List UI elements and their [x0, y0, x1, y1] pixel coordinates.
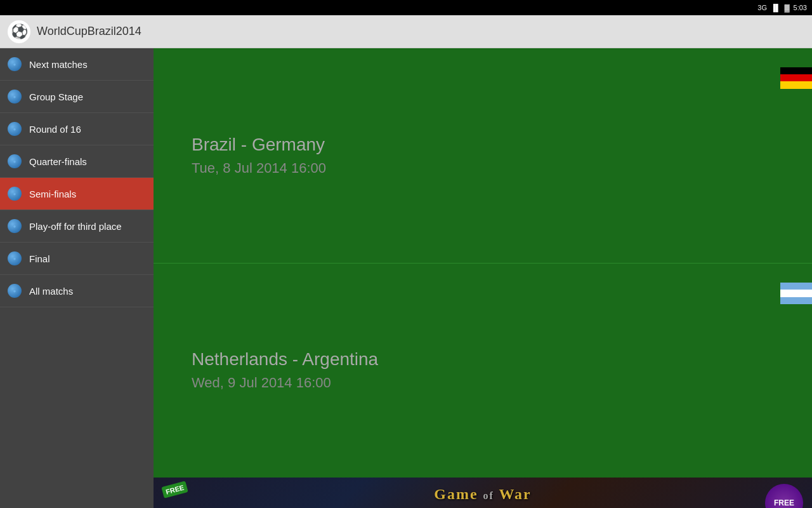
match-info-2: Netherlands - Argentina Wed, 9 Jul 2014 …: [192, 349, 378, 391]
battery-icon: ▓: [785, 4, 790, 11]
sidebar-item-label: Round of 16: [29, 124, 81, 135]
free-badge-right: FREE: [765, 484, 803, 508]
main-layout: ●Next matches●Group Stage●Round of 16●Qu…: [0, 48, 812, 478]
ad-banner[interactable]: FREE Game of WarFire Age FREE: [154, 478, 812, 508]
sidebar-item-label: Semi-finals: [29, 189, 76, 199]
match-title-1: Brazil - Germany: [192, 135, 325, 155]
time-display: 5:03: [794, 4, 807, 11]
content-area: Brazil - Germany Tue, 8 Jul 2014 16:00 N…: [154, 48, 812, 478]
network-indicator: 3G: [757, 4, 767, 11]
app-title: WorldCupBrazil2014: [37, 25, 141, 38]
sidebar-item-label: Play-off for third place: [29, 221, 122, 232]
dot-icon: ●: [8, 284, 22, 298]
sidebar-item-label: Next matches: [29, 59, 88, 70]
dot-icon: ●: [8, 57, 22, 71]
match-card-2: Netherlands - Argentina Wed, 9 Jul 2014 …: [154, 264, 812, 478]
match-date-2: Wed, 9 Jul 2014 16:00: [192, 375, 331, 391]
status-bar: 3G ▐▌ ▓ 5:03: [0, 0, 812, 15]
app-icon: ⚽: [8, 20, 30, 43]
match-date-1: Tue, 8 Jul 2014 16:00: [192, 160, 326, 177]
match-card-1: Brazil - Germany Tue, 8 Jul 2014 16:00: [154, 48, 812, 264]
sidebar-item-label: Group Stage: [29, 91, 83, 102]
ad-title: Game of WarFire Age: [434, 486, 532, 508]
sidebar-item-next-matches[interactable]: ●Next matches: [0, 48, 154, 81]
sidebar-item-all-matches[interactable]: ●All matchs: [0, 275, 154, 307]
sidebar-item-round-of-16[interactable]: ●Round of 16: [0, 113, 154, 145]
dot-icon: ●: [8, 154, 22, 168]
sidebar-item-semi-finals[interactable]: ●Semi-finals: [0, 178, 154, 210]
dot-icon: ●: [8, 251, 22, 265]
ad-row: FREE Game of WarFire Age FREE: [0, 478, 812, 508]
dot-icon: ●: [8, 122, 22, 136]
dot-icon: ●: [8, 90, 22, 104]
match-info-1: Brazil - Germany Tue, 8 Jul 2014 16:00: [192, 135, 326, 177]
sidebar-item-final[interactable]: ●Final: [0, 243, 154, 275]
title-bar: ⚽ WorldCupBrazil2014: [0, 15, 812, 48]
soccer-ball-icon: ⚽: [11, 23, 28, 40]
match-title-2: Netherlands - Argentina: [192, 349, 378, 370]
dot-icon: ●: [8, 187, 22, 201]
flag-germany: [780, 67, 812, 89]
sidebar-item-group-stage[interactable]: ●Group Stage: [0, 81, 154, 113]
signal-icon: ▐▌: [771, 4, 781, 11]
flag-argentina: [780, 283, 812, 304]
free-badge-left: FREE: [161, 481, 188, 498]
dot-icon: ●: [8, 219, 22, 233]
ad-sidebar-space: [0, 478, 154, 508]
sidebar-item-label: Final: [29, 253, 50, 264]
sidebar-item-label: All matchs: [29, 286, 73, 297]
sidebar-item-quarter-finals[interactable]: ●Quarter-finals: [0, 145, 154, 178]
sidebar-item-label: Quarter-finals: [29, 156, 87, 167]
sidebar-item-playoff-third[interactable]: ●Play-off for third place: [0, 210, 154, 243]
sidebar: ●Next matches●Group Stage●Round of 16●Qu…: [0, 48, 154, 478]
